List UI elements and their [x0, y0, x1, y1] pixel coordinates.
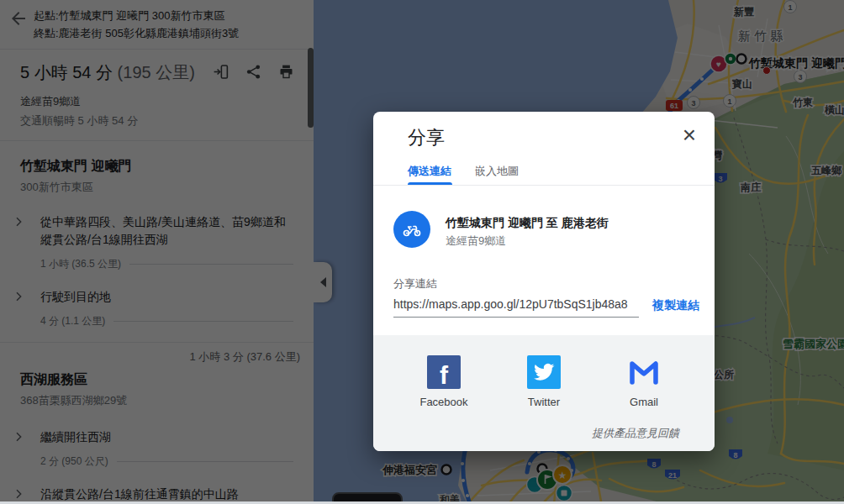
share-twitter-button[interactable]: Twitter — [517, 355, 571, 408]
tab-embed-map[interactable]: 嵌入地圖 — [475, 164, 519, 179]
share-target-label: Facebook — [419, 396, 467, 408]
share-link-input[interactable] — [393, 297, 639, 318]
share-gmail-button[interactable]: Gmail — [617, 355, 671, 408]
share-route-title: 竹塹城東門 迎曦門 至 鹿港老街 — [446, 216, 609, 231]
route-mode-avatar — [393, 211, 430, 248]
share-targets-footer: f Facebook Twitter Gmail 提供產品意見回饋 — [373, 335, 715, 451]
share-link-label: 分享連結 — [393, 276, 437, 291]
close-icon[interactable]: × — [683, 123, 696, 147]
tabs-divider — [373, 185, 715, 186]
motorcycle-icon — [402, 219, 422, 239]
facebook-icon: f — [427, 355, 461, 389]
share-target-label: Twitter — [528, 396, 560, 408]
dialog-title: 分享 — [408, 125, 445, 150]
copy-link-button[interactable]: 複製連結 — [652, 298, 699, 313]
share-target-label: Gmail — [630, 396, 658, 408]
share-facebook-button[interactable]: f Facebook — [417, 355, 471, 408]
share-dialog: 分享 × 傳送連結 嵌入地圖 竹塹城東門 迎曦門 至 鹿港老街 途經苗9鄉道 分… — [373, 112, 715, 451]
share-route-via: 途經苗9鄉道 — [446, 234, 506, 249]
product-feedback-link[interactable]: 提供產品意見回饋 — [592, 426, 679, 441]
tab-send-link[interactable]: 傳送連結 — [408, 164, 451, 179]
google-maps-screen: 1 3 1 3 61 3 8 8 21 新豐 新竹縣 — [0, 0, 844, 504]
twitter-icon — [527, 355, 561, 389]
gmail-icon — [627, 355, 661, 389]
